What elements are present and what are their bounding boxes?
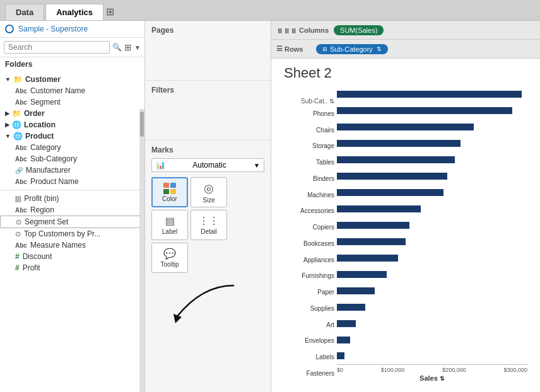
x-axis: $0 $100,000 $200,000 $300,000: [337, 364, 527, 373]
field-item-profit[interactable]: # Profit: [0, 262, 144, 274]
tooltip-button[interactable]: 💬 Tooltip: [151, 243, 188, 273]
tab-analytics[interactable]: Analytics: [45, 4, 103, 20]
bar-row: [337, 156, 527, 164]
detail-icon: ⋮⋮: [199, 215, 219, 227]
type-icon-abc: Abc: [15, 144, 27, 151]
bar-row: [337, 270, 527, 279]
x-label-3: $300,000: [503, 367, 527, 373]
bar-row: [337, 237, 527, 246]
color-button[interactable]: Color: [151, 177, 188, 207]
field-name: Category: [30, 143, 61, 152]
filters-section: Filters: [145, 81, 271, 141]
rows-shelf: ☰ Rows ⊞ Sub-Category ⇅: [271, 40, 540, 59]
rows-pill-sort: ⇅: [377, 46, 382, 52]
field-item-measure-names[interactable]: Abc Measure Names: [0, 239, 144, 251]
field-item-category[interactable]: Abc Category: [0, 142, 144, 153]
bar: [337, 189, 443, 196]
type-icon-abc: Abc: [15, 99, 27, 106]
color-label: Color: [162, 195, 177, 202]
field-name: Profit: [23, 263, 40, 272]
bar-row: [337, 352, 527, 360]
field-name: Profit (bin): [24, 194, 59, 203]
pages-content: [151, 37, 264, 75]
bar-row: [337, 188, 527, 197]
label-button[interactable]: ▤ Label: [151, 210, 188, 240]
field-item-manufacturer[interactable]: 🔗 Manufacturer: [0, 164, 144, 176]
detail-button[interactable]: ⋮⋮ Detail: [191, 210, 227, 240]
geo-icon: 🌐: [12, 120, 21, 129]
y-label: Tables: [284, 159, 334, 166]
datasource-row: Sample - Superstore: [0, 21, 144, 38]
rows-icon: ☰: [276, 45, 283, 53]
field-item-top-customers[interactable]: ⊙ Top Customers by Pr...: [0, 228, 144, 239]
columns-pill[interactable]: SUM(Sales): [334, 25, 384, 35]
x-axis-title: Sales ⇅: [337, 373, 527, 382]
field-group-customer-header[interactable]: ▼ 📁 Customer: [0, 74, 144, 85]
tab-dropdown-icon[interactable]: ⊞: [106, 6, 114, 20]
field-item-segment[interactable]: Abc Segment: [0, 96, 144, 108]
field-item-subcategory[interactable]: Abc Sub-Category: [0, 153, 144, 164]
right-panel: ⫼⫼⫼ Columns SUM(Sales) ☰ Rows ⊞ Sub-Cate…: [271, 21, 540, 392]
arrow-svg: [151, 279, 252, 330]
field-item-product-name[interactable]: Abc Product Name: [0, 176, 144, 187]
folders-heading: Folders: [0, 57, 144, 71]
bar: [337, 287, 375, 294]
chart-area: Sheet 2 Sub-Cat.. ⇅ PhonesChairsStorageT…: [271, 59, 540, 392]
bar-row: [337, 205, 527, 214]
bar: [337, 124, 474, 130]
field-name: Customer Name: [30, 86, 85, 95]
grid-view-icon[interactable]: ⊞: [124, 42, 132, 52]
search-input[interactable]: [4, 41, 110, 54]
type-icon-abc: Abc: [15, 242, 27, 249]
field-item-region[interactable]: Abc Region: [0, 204, 144, 216]
group-name-location: Location: [24, 120, 56, 129]
marks-type-dropdown[interactable]: 📊 Automatic ▼: [151, 158, 264, 172]
field-item-discount[interactable]: # Discount: [0, 251, 144, 262]
bar-row: [337, 123, 527, 132]
size-label: Size: [202, 197, 214, 204]
group-name-product: Product: [25, 132, 54, 141]
y-label: Storage: [284, 142, 334, 150]
y-label: Accessories: [284, 207, 334, 215]
bar: [337, 140, 461, 147]
type-icon-set: ⊙: [16, 218, 21, 226]
field-item-profit-bin[interactable]: ||| Profit (bin): [0, 193, 144, 204]
columns-pill-label: SUM(Sales): [340, 26, 377, 34]
bar: [337, 173, 447, 180]
size-icon: ◎: [204, 182, 214, 195]
field-item-segment-set[interactable]: ⊙ Segment Set: [0, 216, 144, 228]
rows-pill[interactable]: ⊞ Sub-Category ⇅: [316, 44, 388, 54]
bar: [337, 320, 356, 327]
color-icon: [163, 183, 176, 194]
dropdown-arrow-icon[interactable]: ▼: [134, 44, 141, 51]
field-group-order-header[interactable]: ▶ 📁 Order: [0, 108, 144, 119]
bar: [337, 255, 398, 262]
type-icon-hash: #: [15, 252, 20, 261]
scroll-thumb[interactable]: [140, 112, 144, 137]
columns-label: ⫼⫼⫼ Columns: [276, 26, 329, 34]
field-group-product-header[interactable]: ▼ 🌐 Product: [0, 130, 144, 142]
tab-data[interactable]: Data: [5, 4, 44, 20]
rows-label: ☰ Rows: [276, 45, 311, 53]
columns-shelf: ⫼⫼⫼ Columns SUM(Sales): [271, 21, 540, 40]
type-icon-set: ⊙: [15, 230, 21, 238]
filters-label: Filters: [151, 86, 264, 95]
type-icon-abc: Abc: [15, 207, 27, 214]
rows-pill-label: Sub-Category: [330, 45, 373, 53]
y-label: Appliances: [284, 257, 334, 264]
bar-row: [337, 172, 527, 181]
field-name: Product Name: [30, 177, 79, 186]
group-name-customer: Customer: [25, 75, 61, 84]
bar: [337, 352, 344, 359]
field-group-location: ▶ 🌐 Location: [0, 119, 144, 130]
bar: [337, 271, 387, 278]
x-label-0: $0: [337, 367, 343, 373]
field-name: Segment Set: [25, 217, 68, 226]
y-label: Copiers: [284, 224, 334, 231]
folder-icon: 📁: [13, 75, 23, 84]
scroll-track[interactable]: [139, 109, 144, 392]
field-group-location-header[interactable]: ▶ 🌐 Location: [0, 119, 144, 130]
field-item-customer-name[interactable]: Abc Customer Name: [0, 85, 144, 96]
size-button[interactable]: ◎ Size: [191, 177, 227, 207]
search-icon: 🔍: [112, 43, 122, 52]
